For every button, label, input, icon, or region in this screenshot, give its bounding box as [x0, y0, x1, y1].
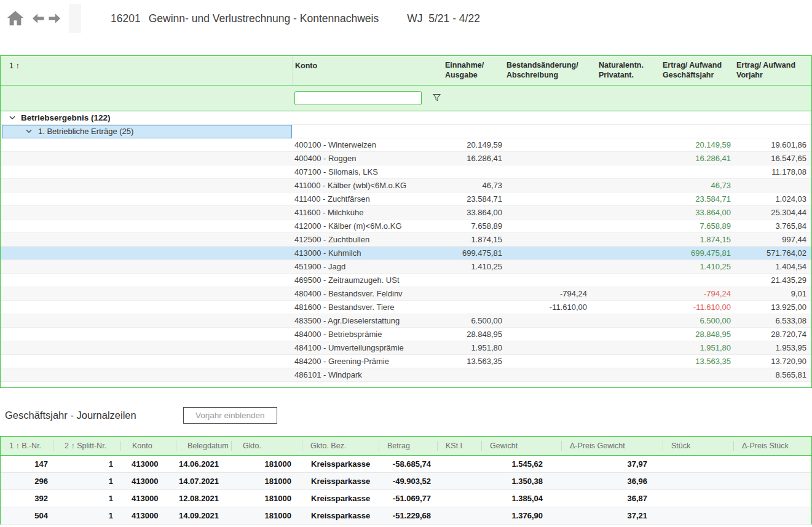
tree-row[interactable]: 1. Betriebliche Erträge (25): [1, 125, 811, 138]
sort-indicator[interactable]: 1 ↑: [1, 56, 292, 85]
journal-cell-betrag: -58.685,74: [379, 459, 437, 469]
journal-cell-bnr: 504: [1, 511, 53, 520]
journal-cell-bnr: 147: [1, 459, 53, 469]
journal-row[interactable]: 504141300014.09.2021181000Kreissparkasse…: [1, 507, 811, 525]
column-header-naturalentnahme[interactable]: Naturalentn. Privatant.: [597, 56, 660, 85]
account-row[interactable]: 480400 - Bestandsver. Feldinv -794,24 -7…: [1, 287, 811, 301]
journal-cell-d_preis_gewicht: 37,97: [561, 459, 663, 469]
journal-cell-d_preis_gewicht: 36,96: [561, 477, 663, 486]
account-konto: 413000 - Kuhmilch: [292, 248, 437, 258]
account-ertrag-vorjahr: 11.178,08: [733, 167, 811, 176]
journal-cell-gkto: 181000: [231, 459, 302, 469]
journal-column-header[interactable]: 2 ↑ Splitt-Nr.: [53, 441, 120, 451]
account-row[interactable]: 407100 - Silomais, LKS 11.178,08: [1, 165, 811, 179]
journal-table-header: 1 ↑ B.-Nr.2 ↑ Splitt-Nr.KontoBelegdatumG…: [0, 436, 812, 456]
journal-cell-gkto_bez: Kreissparkasse: [302, 459, 379, 469]
account-konto: 484000 - Betriebsprämie: [292, 330, 437, 339]
journal-cell-gkto_bez: Kreissparkasse: [302, 477, 379, 486]
tree-node-selected[interactable]: 1. Betriebliche Erträge (25): [2, 125, 292, 138]
journal-column-header[interactable]: Gewicht: [481, 441, 561, 451]
account-row[interactable]: 412000 - Kälber (m)<6M.o.KG 7.658,89 7.6…: [1, 220, 811, 233]
account-einnahme-ausgabe: 28.848,95: [437, 330, 505, 339]
account-row[interactable]: 451900 - Jagd 1.410,25 1.410,25 1.404,54: [1, 260, 811, 274]
journal-column-header[interactable]: 1 ↑ B.-Nr.: [1, 441, 53, 451]
journal-cell-splitt: 1: [53, 494, 120, 503]
vorjahr-einblenden-button[interactable]: Vorjahr einblenden: [183, 407, 277, 424]
journal-cell-d_preis_gewicht: 36,87: [561, 494, 663, 503]
tree-row[interactable]: Betriebsergebnis (122): [1, 111, 811, 125]
journal-column-header[interactable]: Betrag: [379, 441, 437, 451]
konto-filter-input[interactable]: [294, 91, 422, 105]
account-ertrag-geschaeftsjahr: 6.500,00: [660, 316, 733, 325]
journal-row[interactable]: 296141300014.07.2021181000Kreissparkasse…: [1, 473, 811, 490]
account-konto: 480400 - Bestandsver. Feldinv: [292, 289, 437, 298]
account-einnahme-ausgabe: 23.584,71: [437, 194, 505, 204]
account-row[interactable]: 484200 - Greening-Prämie 13.563,35 13.56…: [1, 355, 811, 368]
home-icon[interactable]: [6, 9, 25, 28]
account-row[interactable]: 412500 - Zuchtbullen 1.874,15 1.874,15 9…: [1, 233, 811, 247]
account-row[interactable]: 481600 - Bestandsver. Tiere -11.610,00 -…: [1, 301, 811, 314]
account-row[interactable]: 484100 - Umverteilungsprämie 1.951,80 1.…: [1, 341, 811, 355]
account-row[interactable]: 411000 - Kälber (wbl)<6M.o.KG 46,73 46,7…: [1, 179, 811, 192]
account-ertrag-vorjahr: 1.404,54: [733, 262, 811, 271]
account-konto: 412000 - Kälber (m)<6M.o.KG: [292, 221, 437, 231]
account-ertrag-vorjahr: 19.601,86: [733, 140, 811, 149]
account-row[interactable]: 411400 - Zuchtfärsen 23.584,71 23.584,71…: [1, 192, 811, 206]
account-ertrag-vorjahr: 1.953,95: [733, 343, 811, 352]
journal-cell-betrag: -51.229,68: [379, 511, 437, 520]
account-row[interactable]: 484000 - Betriebsprämie 28.848,95 28.848…: [1, 328, 811, 341]
filter-funnel-icon[interactable]: [433, 93, 441, 102]
report-code: 16201: [111, 12, 141, 25]
account-row[interactable]: 469500 - Zeitraumzugeh. USt 21.435,29: [1, 274, 811, 287]
journal-cell-belegdatum: 14.06.2021: [176, 459, 231, 469]
account-ertrag-vorjahr: 13.925,00: [733, 303, 811, 312]
chevron-down-icon[interactable]: [26, 129, 32, 133]
column-header-einnahme-ausgabe[interactable]: Einnahme/ Ausgabe: [437, 56, 505, 85]
chevron-down-icon[interactable]: [9, 116, 15, 120]
page-title: 16201 Gewinn- und Verlustrechnung - Kont…: [111, 12, 480, 25]
filter-row: [1, 85, 811, 111]
journal-cell-gewicht: 1.545,62: [481, 459, 561, 469]
account-einnahme-ausgabe: 20.149,59: [437, 140, 505, 149]
account-ertrag-geschaeftsjahr: 33.864,00: [660, 208, 733, 217]
journal-cell-gkto: 181000: [231, 477, 302, 486]
journal-column-header[interactable]: Belegdatum: [176, 441, 231, 451]
account-konto: 484100 - Umverteilungsprämie: [292, 343, 437, 352]
account-ertrag-geschaeftsjahr: 7.658,89: [660, 221, 733, 231]
toolbar-divider: [69, 4, 81, 33]
journal-column-header[interactable]: Konto: [120, 441, 176, 451]
account-einnahme-ausgabe: 33.864,00: [437, 208, 505, 217]
account-row[interactable]: 411600 - Milchkühe 33.864,00 33.864,00 2…: [1, 206, 811, 220]
account-row[interactable]: 483500 - Agr.Dieselerstattung 6.500,00 6…: [1, 314, 811, 328]
account-row[interactable]: 400400 - Roggen 16.286,41 16.286,41 16.5…: [1, 152, 811, 165]
account-row[interactable]: 413000 - Kuhmilch 699.475,81 699.475,81 …: [1, 247, 811, 260]
back-arrow-icon[interactable]: [32, 13, 45, 24]
account-einnahme-ausgabe: 13.563,35: [437, 357, 505, 366]
journal-column-header[interactable]: Gkto.: [231, 441, 302, 451]
account-row[interactable]: 400100 - Winterweizen 20.149,59 20.149,5…: [1, 138, 811, 152]
account-ertrag-geschaeftsjahr: 699.475,81: [660, 248, 733, 258]
column-header-bestandsaenderung[interactable]: Bestandsänderung/ Abschreibung: [505, 56, 597, 85]
journal-cell-gkto_bez: Kreissparkasse: [302, 494, 379, 503]
accounts-table-body: Betriebsergebnis (122) 1. Betriebliche E…: [1, 111, 811, 387]
journal-row[interactable]: 392141300012.08.2021181000Kreissparkasse…: [1, 490, 811, 507]
report-period: WJ 5/21 - 4/22: [407, 12, 480, 25]
report-name: Gewinn- und Verlustrechnung - Kontennach…: [149, 12, 379, 25]
account-einnahme-ausgabe: 699.475,81: [437, 248, 505, 258]
journal-column-header[interactable]: Gkto. Bez.: [302, 441, 379, 451]
account-konto: 411600 - Milchkühe: [292, 208, 437, 217]
journal-column-header[interactable]: KSt I: [437, 441, 481, 451]
column-header-konto[interactable]: Konto: [292, 56, 437, 85]
journal-cell-gewicht: 1.385,04: [481, 494, 561, 503]
journal-cell-splitt: 1: [53, 459, 120, 469]
account-row[interactable]: 486101 - Windpark 8.565,81: [1, 368, 811, 382]
account-ertrag-geschaeftsjahr: -794,24: [660, 289, 733, 298]
journal-row[interactable]: 147141300014.06.2021181000Kreissparkasse…: [1, 456, 811, 473]
forward-arrow-icon[interactable]: [48, 13, 61, 24]
column-header-ertrag-geschaeftsjahr[interactable]: Ertrag/ Aufwand Geschäftsjahr: [660, 56, 733, 85]
toolbar: 16201 Gewinn- und Verlustrechnung - Kont…: [0, 0, 812, 37]
journal-column-header[interactable]: Δ-Preis Stück: [733, 441, 811, 451]
journal-column-header[interactable]: Δ-Preis Gewicht: [561, 441, 663, 451]
journal-column-header[interactable]: Stück: [663, 441, 733, 451]
column-header-ertrag-vorjahr[interactable]: Ertrag/ Aufwand Vorjahr: [733, 56, 811, 85]
